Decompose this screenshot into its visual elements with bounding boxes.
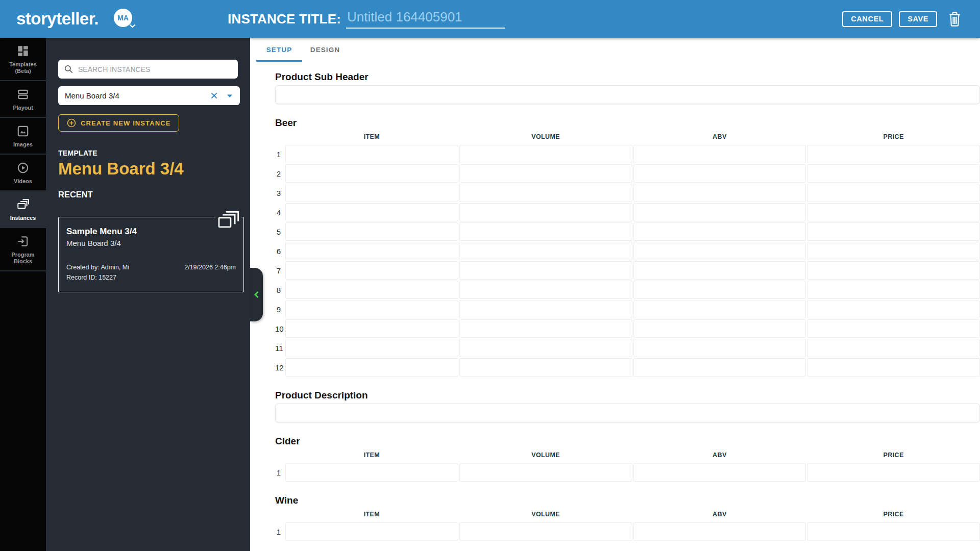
cider-price-input[interactable] (807, 463, 980, 482)
beer-abv-input[interactable] (633, 222, 806, 241)
beer-abv-input[interactable] (633, 358, 806, 377)
sidebar-item-playout[interactable]: Playout (0, 81, 46, 118)
sidebar-item-images[interactable]: Images (0, 118, 46, 155)
beer-abv-input[interactable] (633, 184, 806, 202)
caret-down-icon[interactable] (226, 93, 233, 98)
beer-price-input[interactable] (807, 242, 980, 260)
beer-item-input[interactable] (285, 222, 458, 241)
delete-button[interactable] (948, 11, 962, 27)
cider-volume-input[interactable] (459, 463, 632, 482)
cider-abv-input[interactable] (633, 463, 806, 482)
beer-price-input[interactable] (807, 145, 980, 163)
row-number: 9 (275, 305, 284, 314)
create-new-instance-label: CREATE NEW INSTANCE (81, 119, 170, 127)
beer-volume-input[interactable] (459, 339, 632, 357)
sidebar-item-templates[interactable]: Templates (Beta) (0, 38, 46, 81)
beer-abv-input[interactable] (633, 145, 806, 163)
beer-volume-input[interactable] (459, 203, 632, 221)
wine-abv-input[interactable] (633, 522, 806, 541)
cider-item-input[interactable] (285, 463, 458, 482)
search-instances-input[interactable] (58, 60, 238, 79)
beer-abv-input[interactable] (633, 339, 806, 357)
beer-price-input[interactable] (807, 300, 980, 318)
user-menu-button[interactable]: MA (114, 9, 134, 29)
beer-item-input[interactable] (285, 358, 458, 377)
beer-row: 11 (275, 339, 980, 357)
beer-item-input[interactable] (285, 319, 458, 338)
beer-abv-input[interactable] (633, 319, 806, 338)
sidebar-item-label: Images (13, 141, 33, 148)
product-sub-header-input[interactable] (275, 85, 980, 104)
beer-abv-input[interactable] (633, 164, 806, 183)
product-description-input[interactable] (275, 404, 980, 422)
instances-stack-icon (217, 211, 239, 229)
app-logo[interactable]: storyteller. (16, 9, 99, 29)
beer-row: 1 (275, 145, 980, 163)
create-new-instance-button[interactable]: CREATE NEW INSTANCE (58, 114, 179, 132)
beer-price-input[interactable] (807, 184, 980, 202)
wine-volume-input[interactable] (459, 522, 632, 541)
beer-price-input[interactable] (807, 203, 980, 221)
beer-item-input[interactable] (285, 242, 458, 260)
beer-item-input[interactable] (285, 339, 458, 357)
cancel-button[interactable]: CANCEL (842, 11, 892, 27)
beer-price-input[interactable] (807, 222, 980, 241)
beer-volume-input[interactable] (459, 222, 632, 241)
beer-abv-input[interactable] (633, 242, 806, 260)
row-number: 8 (275, 286, 284, 294)
beer-price-input[interactable] (807, 358, 980, 377)
beer-item-input[interactable] (285, 203, 458, 221)
templates-icon (16, 44, 30, 58)
beer-row: 6 (275, 242, 980, 260)
sidebar-item-label: Instances (10, 215, 36, 221)
trash-icon (948, 11, 962, 27)
instance-card[interactable]: Sample Menu 3/4 Menu Board 3/4 Created b… (58, 217, 244, 292)
wine-item-input[interactable] (285, 522, 458, 541)
beer-item-input[interactable] (285, 300, 458, 318)
beer-abv-input[interactable] (633, 281, 806, 299)
beer-item-input[interactable] (285, 184, 458, 202)
row-number: 2 (275, 169, 284, 178)
row-number: 3 (275, 189, 284, 197)
beer-volume-input[interactable] (459, 164, 632, 183)
beer-volume-input[interactable] (459, 281, 632, 299)
beer-price-input[interactable] (807, 339, 980, 357)
template-select[interactable]: Menu Board 3/4 (58, 86, 240, 105)
beer-column-headers: ITEMVOLUMEABVPRICE (275, 133, 980, 140)
beer-price-input[interactable] (807, 164, 980, 183)
tab-design[interactable]: DESIGN (302, 38, 348, 62)
sidebar-item-program-blocks[interactable]: Program Blocks (0, 228, 46, 271)
beer-volume-input[interactable] (459, 300, 632, 318)
beer-item-input[interactable] (285, 261, 458, 280)
instance-title-input[interactable] (346, 9, 505, 29)
panel-collapse-button[interactable] (250, 268, 263, 321)
sidebar-item-label: Videos (14, 178, 32, 185)
beer-volume-input[interactable] (459, 261, 632, 280)
beer-volume-input[interactable] (459, 242, 632, 260)
beer-price-input[interactable] (807, 281, 980, 299)
column-header-volume: VOLUME (459, 511, 632, 518)
beer-price-input[interactable] (807, 319, 980, 338)
beer-item-input[interactable] (285, 164, 458, 183)
beer-item-input[interactable] (285, 281, 458, 299)
beer-abv-input[interactable] (633, 261, 806, 280)
beer-item-input[interactable] (285, 145, 458, 163)
row-number: 1 (275, 528, 284, 536)
sidebar-item-instances[interactable]: Instances (0, 191, 46, 228)
save-button[interactable]: SAVE (899, 11, 937, 27)
tab-setup[interactable]: SETUP (256, 38, 302, 62)
beer-row: 2 (275, 164, 980, 183)
beer-price-input[interactable] (807, 261, 980, 280)
sidebar-item-videos[interactable]: Videos (0, 155, 46, 191)
wine-row: 1 (275, 522, 980, 541)
beer-abv-input[interactable] (633, 300, 806, 318)
column-header-abv: ABV (633, 511, 806, 518)
beer-abv-input[interactable] (633, 203, 806, 221)
wine-price-input[interactable] (807, 522, 980, 541)
beer-volume-input[interactable] (459, 319, 632, 338)
beer-volume-input[interactable] (459, 145, 632, 163)
wine-column-headers: ITEMVOLUMEABVPRICE (275, 511, 980, 518)
beer-volume-input[interactable] (459, 358, 632, 377)
beer-volume-input[interactable] (459, 184, 632, 202)
clear-x-icon[interactable] (210, 91, 218, 100)
